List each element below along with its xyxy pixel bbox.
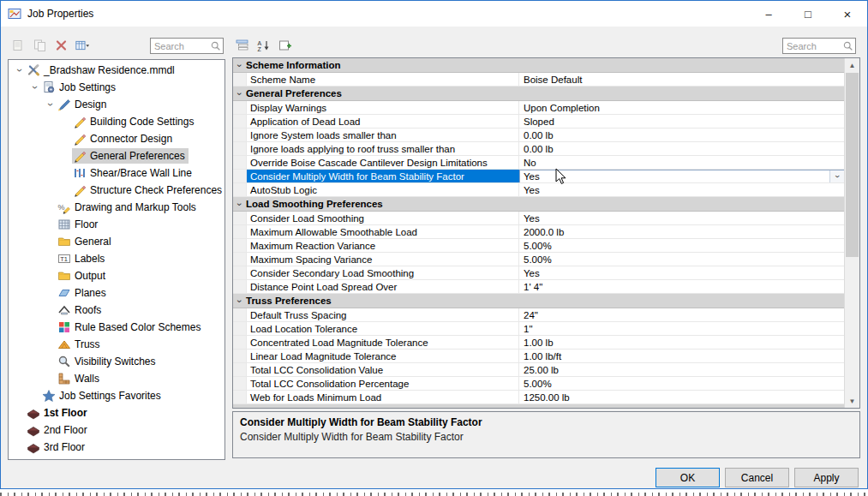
tree-item-job-settings[interactable]: ›Job Settings bbox=[9, 79, 224, 96]
tree-item-planes[interactable]: Planes bbox=[9, 284, 224, 302]
tree-search-input[interactable] bbox=[151, 41, 210, 51]
tree-item-roofs[interactable]: Roofs bbox=[9, 302, 224, 319]
grid-scrollbar[interactable]: ▲ ▼ bbox=[844, 58, 859, 408]
property-name[interactable]: AutoStub Logic bbox=[247, 183, 519, 196]
expand-chevron-icon[interactable]: › bbox=[45, 99, 56, 111]
property-value[interactable]: Yes› bbox=[519, 170, 845, 182]
category-row-truss-preferences[interactable]: ›Truss Preferences bbox=[233, 294, 845, 308]
scroll-up-button[interactable]: ▲ bbox=[845, 58, 859, 72]
category-row-scheme-information[interactable]: ›Scheme Information bbox=[233, 58, 845, 73]
tree-item-output[interactable]: Output bbox=[9, 267, 224, 284]
tree-item-building-code-settings[interactable]: Building Code Settings bbox=[9, 113, 224, 130]
categorized-view-button[interactable] bbox=[233, 37, 250, 54]
property-name[interactable]: Consider Secondary Load Smoothing bbox=[247, 266, 519, 279]
property-name[interactable]: Maximum Reaction Variance bbox=[247, 239, 519, 252]
grid-search-input[interactable] bbox=[783, 41, 842, 51]
tree-item-visibility-switches[interactable]: Visibility Switches bbox=[9, 353, 224, 370]
expand-chevron-icon[interactable]: › bbox=[30, 81, 40, 93]
property-name[interactable]: Total LCC Consolidation Percentage bbox=[247, 377, 519, 390]
property-value[interactable]: 1250.00 lb bbox=[519, 391, 845, 403]
tree-item-walls[interactable]: Walls bbox=[9, 370, 224, 387]
property-name[interactable]: Web for Loads Minimum Load bbox=[247, 391, 519, 403]
value-dropdown[interactable]: Yes› bbox=[519, 170, 845, 182]
expand-all-button[interactable] bbox=[276, 37, 293, 54]
property-name[interactable]: Application of Dead Load bbox=[247, 115, 519, 128]
property-value[interactable]: No bbox=[519, 156, 845, 169]
property-value[interactable]: 1' 4" bbox=[519, 280, 845, 293]
property-value[interactable]: Yes bbox=[519, 266, 845, 279]
collapse-chevron-icon[interactable]: › bbox=[233, 200, 246, 209]
property-name[interactable]: Scheme Name bbox=[247, 73, 519, 86]
category-row-item[interactable] bbox=[233, 404, 845, 408]
property-name[interactable]: Override Boise Cascade Cantilever Design… bbox=[247, 156, 519, 169]
tree-item-labels[interactable]: T1Labels bbox=[9, 250, 224, 267]
tree-item-bradshaw-residence-mmdl[interactable]: ›_Bradshaw Residence.mmdl bbox=[9, 62, 224, 79]
property-value[interactable]: Yes bbox=[519, 212, 845, 224]
property-value[interactable]: Sloped bbox=[519, 115, 845, 128]
tree-item-shear-brace-wall-line[interactable]: Shear/Brace Wall Line bbox=[9, 164, 224, 182]
search-icon[interactable] bbox=[210, 40, 222, 52]
tree-item-drawing-and-markup-tools[interactable]: %Drawing and Markup Tools bbox=[9, 199, 224, 216]
column-chooser-button[interactable] bbox=[74, 37, 91, 54]
property-value[interactable]: Upon Completion bbox=[519, 101, 845, 114]
tree-item-design[interactable]: ›Design bbox=[9, 96, 224, 113]
dropdown-value[interactable]: Yes bbox=[520, 171, 829, 182]
apply-button[interactable]: Apply bbox=[794, 468, 859, 487]
tree-item-2nd-floor[interactable]: 2nd Floor bbox=[9, 421, 224, 439]
cancel-button[interactable]: Cancel bbox=[725, 468, 789, 487]
tree-item-floor[interactable]: Floor bbox=[9, 216, 224, 233]
property-value[interactable]: Yes bbox=[519, 183, 845, 196]
category-row-general-preferences[interactable]: ›General Preferences bbox=[233, 87, 845, 101]
collapse-chevron-icon[interactable]: › bbox=[233, 89, 246, 99]
sort-alphabetical-button[interactable]: AZ bbox=[254, 37, 272, 54]
property-value[interactable]: 2000.0 lb bbox=[519, 225, 845, 238]
property-name[interactable]: Ignore System loads smaller than bbox=[247, 128, 519, 141]
scroll-down-button[interactable]: ▼ bbox=[845, 394, 859, 408]
property-value[interactable]: Boise Default bbox=[519, 73, 845, 86]
category-row-load-smoothing-preferences[interactable]: ›Load Smoothing Preferences bbox=[233, 197, 845, 212]
tree-item-rule-based-color-schemes[interactable]: Rule Based Color Schemes bbox=[9, 319, 224, 336]
property-name[interactable]: Default Truss Spacing bbox=[247, 308, 519, 321]
property-value[interactable]: 25.00 lb bbox=[519, 363, 845, 376]
property-name[interactable]: Ignore loads applying to roof truss smal… bbox=[247, 142, 519, 155]
tree-item-1st-floor[interactable]: 1st Floor bbox=[9, 404, 224, 421]
property-value[interactable]: 1.00 lb/ft bbox=[519, 350, 845, 362]
minimize-button[interactable]: – bbox=[749, 1, 788, 27]
property-value[interactable]: 24" bbox=[519, 308, 845, 321]
property-name[interactable]: Consider Load Smoothing bbox=[247, 212, 519, 224]
tree-item-structure-check-preferences[interactable]: Structure Check Preferences bbox=[9, 182, 224, 199]
property-name[interactable]: Total LCC Consolidation Value bbox=[247, 363, 519, 376]
property-value[interactable]: 5.00% bbox=[519, 253, 845, 266]
copy-button[interactable] bbox=[31, 37, 48, 54]
tree-item-3rd-floor[interactable]: 3rd Floor bbox=[9, 439, 224, 456]
property-name[interactable]: Display Warnings bbox=[247, 101, 519, 114]
tree-item-general-preferences[interactable]: General Preferences bbox=[9, 147, 224, 164]
delete-button[interactable] bbox=[52, 37, 69, 54]
search-icon[interactable] bbox=[842, 40, 854, 52]
new-item-button[interactable] bbox=[9, 37, 27, 54]
maximize-button[interactable]: □ bbox=[788, 1, 828, 27]
property-name[interactable]: Concentrated Load Magnitude Tolerance bbox=[247, 336, 519, 349]
tree-item-truss[interactable]: Truss bbox=[9, 336, 224, 353]
property-name[interactable]: Consider Multiply Width for Beam Stabili… bbox=[247, 170, 519, 182]
scrollbar-thumb[interactable] bbox=[846, 73, 859, 257]
property-value[interactable]: 1" bbox=[519, 322, 845, 335]
property-name[interactable]: Load Location Tolerance bbox=[247, 322, 519, 335]
ok-button[interactable]: OK bbox=[655, 468, 720, 487]
tree-item-general[interactable]: General bbox=[9, 233, 224, 250]
tree-item-job-settings-favorites[interactable]: Job Settings Favorites bbox=[9, 387, 224, 404]
property-value[interactable]: 5.00% bbox=[519, 239, 845, 252]
tree-item-connector-design[interactable]: Connector Design bbox=[9, 130, 224, 147]
expand-chevron-icon[interactable]: › bbox=[15, 64, 25, 76]
collapse-chevron-icon[interactable]: › bbox=[233, 61, 246, 70]
collapse-chevron-icon[interactable]: › bbox=[233, 296, 246, 306]
property-value[interactable]: 0.00 lb bbox=[519, 142, 845, 155]
property-value[interactable]: 0.00 lb bbox=[519, 128, 845, 141]
dropdown-button[interactable]: › bbox=[829, 170, 844, 182]
property-value[interactable]: 5.00% bbox=[519, 377, 845, 390]
property-name[interactable]: Distance Point Load Spread Over bbox=[247, 280, 519, 293]
property-name[interactable]: Maximum Allowable Smoothable Load bbox=[247, 225, 519, 238]
property-name[interactable]: Linear Load Magnitude Tolerance bbox=[247, 350, 519, 362]
property-value[interactable]: 1.00 lb bbox=[519, 336, 845, 349]
close-button[interactable]: × bbox=[828, 1, 867, 27]
